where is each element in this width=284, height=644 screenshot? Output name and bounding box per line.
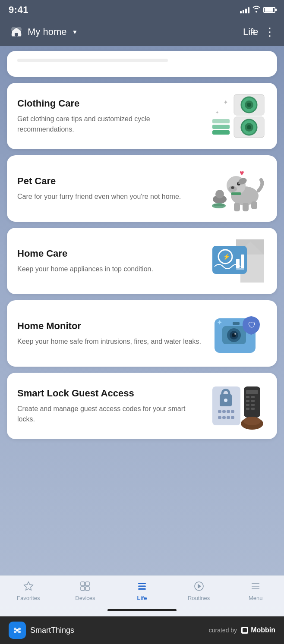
svg-point-61: [227, 416, 230, 419]
clothing-care-image: ✦ ✦: [208, 92, 268, 140]
smart-lock-image: [208, 382, 268, 430]
smart-lock-text: Smart Lock Guest Access Create and manag…: [17, 387, 208, 425]
status-icons: [240, 6, 275, 14]
svg-text:✦: ✦: [223, 99, 228, 106]
smartthings-logo: [9, 622, 26, 639]
svg-rect-77: [85, 582, 89, 586]
brand-bar: SmartThings curated by Mobbin: [0, 616, 284, 644]
smart-lock-desc: Create and manage guest access codes for…: [17, 404, 201, 424]
mobbin-name: Mobbin: [251, 626, 275, 634]
devices-icon: [80, 581, 90, 593]
svg-rect-71: [246, 408, 249, 410]
life-icon: [137, 581, 147, 593]
header: My home ▼ Life + ⋮: [0, 19, 284, 46]
home-monitor-title: Home Monitor: [17, 320, 201, 333]
home-care-text: Home Care Keep your home appliances in t…: [17, 248, 208, 275]
svg-rect-68: [251, 400, 255, 402]
more-button[interactable]: ⋮: [264, 26, 275, 38]
home-monitor-image: 🛡 ✦: [208, 310, 268, 357]
home-care-card[interactable]: Home Care Keep your home appliances in t…: [7, 228, 277, 294]
routines-label: Routines: [188, 595, 210, 601]
clothing-care-title: Clothing Care: [17, 97, 201, 110]
smart-lock-title: Smart Lock Guest Access: [17, 387, 201, 400]
svg-point-31: [215, 190, 224, 198]
svg-rect-4: [15, 33, 18, 36]
home-monitor-text: Home Monitor Keep your home safe from in…: [17, 320, 208, 347]
svg-marker-75: [24, 582, 33, 590]
svg-rect-76: [81, 582, 85, 586]
svg-rect-51: [233, 322, 240, 325]
pet-care-card[interactable]: Pet Care Care for your furry friend even…: [7, 155, 277, 222]
nav-item-menu[interactable]: Menu: [238, 579, 273, 603]
home-care-image: ⚡: [208, 237, 268, 285]
favorites-label: Favorites: [17, 595, 40, 601]
svg-point-55: [218, 410, 221, 413]
svg-point-58: [231, 410, 234, 413]
svg-text:✦: ✦: [217, 319, 222, 326]
svg-rect-95: [243, 628, 247, 632]
partial-card[interactable]: [7, 51, 277, 77]
svg-point-90: [18, 628, 21, 630]
svg-rect-81: [138, 586, 146, 587]
svg-rect-82: [138, 588, 146, 590]
svg-point-62: [231, 416, 234, 419]
home-care-title: Home Care: [17, 248, 201, 260]
signal-icon: [240, 6, 249, 13]
svg-rect-67: [246, 400, 249, 402]
svg-point-21: [231, 186, 234, 189]
home-monitor-card[interactable]: Home Monitor Keep your home safe from in…: [7, 300, 277, 367]
svg-rect-64: [246, 390, 258, 394]
svg-point-89: [14, 628, 16, 630]
svg-rect-27: [251, 201, 257, 209]
svg-point-60: [222, 416, 226, 419]
clothing-care-text: Clothing Care Get clothing care tips and…: [17, 97, 208, 135]
svg-point-54: [224, 399, 227, 402]
app-name: SmartThings: [30, 626, 74, 635]
svg-rect-13: [212, 125, 230, 129]
nav-item-routines[interactable]: Routines: [182, 579, 216, 603]
bottom-nav: Favorites Devices Life: [0, 575, 284, 606]
nav-item-devices[interactable]: Devices: [68, 579, 102, 603]
svg-point-48: [234, 333, 236, 335]
my-home-label: My home: [28, 26, 66, 38]
battery-icon: [263, 7, 275, 13]
nav-item-favorites[interactable]: Favorites: [11, 579, 46, 603]
routines-icon: [194, 581, 204, 593]
svg-point-74: [243, 417, 261, 425]
svg-rect-40: [236, 259, 240, 268]
nav-item-life[interactable]: Life: [125, 579, 159, 603]
devices-label: Devices: [75, 595, 95, 601]
pet-care-title: Pet Care: [17, 175, 201, 188]
svg-rect-65: [246, 396, 249, 398]
smart-lock-card[interactable]: Smart Lock Guest Access Create and manag…: [7, 373, 277, 439]
svg-rect-66: [251, 396, 255, 398]
svg-rect-42: [236, 268, 244, 270]
svg-point-91: [14, 631, 16, 633]
curated-label: curated by: [209, 627, 237, 634]
svg-text:♥: ♥: [240, 169, 244, 177]
clothing-care-card[interactable]: Clothing Care Get clothing care tips and…: [7, 83, 277, 149]
home-care-desc: Keep your home appliances in top conditi…: [17, 264, 201, 274]
header-left[interactable]: My home ▼: [9, 24, 78, 40]
svg-point-12: [247, 125, 251, 129]
home-indicator: [0, 606, 284, 616]
menu-label: Menu: [249, 595, 263, 601]
svg-rect-41: [241, 254, 244, 268]
pet-care-image: ♥: [208, 165, 268, 212]
status-time: 9:41: [9, 4, 28, 16]
svg-text:✦: ✦: [215, 110, 219, 115]
pet-care-desc: Care for your furry friend even when you…: [17, 192, 201, 202]
life-label: Life: [137, 595, 147, 601]
svg-rect-25: [234, 203, 240, 211]
svg-rect-72: [251, 408, 255, 410]
svg-point-8: [247, 103, 251, 107]
scroll-content: Clothing Care Get clothing care tips and…: [0, 46, 284, 575]
menu-icon: [250, 581, 261, 593]
wifi-icon: [252, 6, 261, 14]
dropdown-arrow: ▼: [72, 28, 78, 35]
svg-rect-70: [251, 404, 255, 406]
curated-by: curated by Mobbin: [209, 626, 275, 635]
header-title: Life: [243, 26, 258, 38]
favorites-icon: [23, 581, 34, 593]
svg-rect-33: [214, 204, 224, 206]
